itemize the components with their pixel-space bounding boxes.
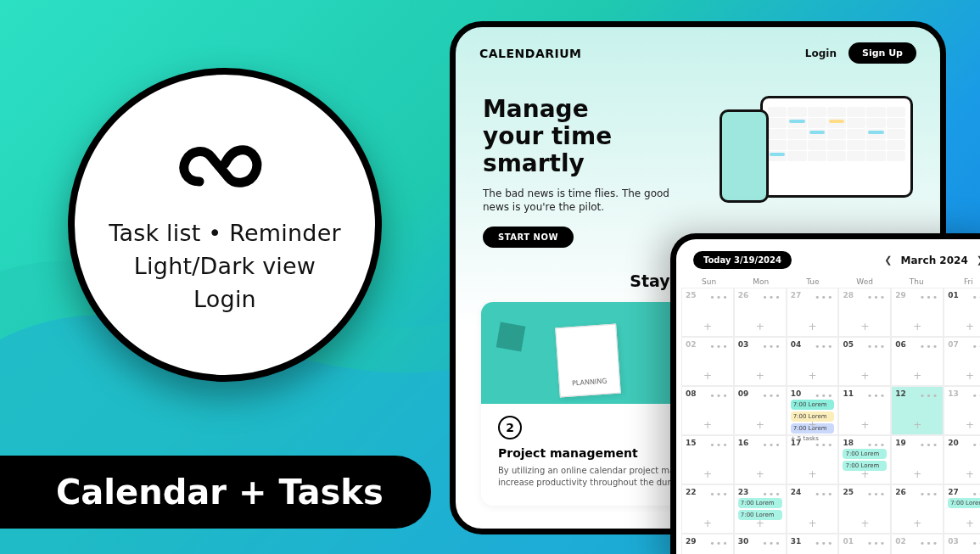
- day-cell[interactable]: 17•••+: [787, 435, 839, 484]
- day-menu-icon[interactable]: •••: [867, 292, 886, 303]
- day-menu-icon[interactable]: •••: [709, 489, 728, 500]
- day-cell[interactable]: 27•••+7:00 Lorem: [944, 484, 980, 534]
- day-cell[interactable]: 24•••+: [787, 484, 839, 534]
- day-menu-icon[interactable]: •••: [815, 489, 833, 500]
- day-menu-icon[interactable]: •••: [815, 341, 833, 352]
- day-menu-icon[interactable]: •••: [815, 390, 833, 401]
- add-event-icon[interactable]: +: [809, 518, 817, 529]
- signup-button[interactable]: Sign Up: [848, 42, 916, 64]
- day-cell[interactable]: 25•••+: [838, 484, 891, 534]
- day-cell[interactable]: 04•••+: [787, 337, 839, 386]
- login-link[interactable]: Login: [805, 48, 837, 59]
- day-cell[interactable]: 26•••+: [734, 288, 787, 337]
- day-menu-icon[interactable]: •••: [709, 538, 728, 549]
- day-menu-icon[interactable]: •••: [920, 292, 938, 303]
- day-cell[interactable]: 27•••+: [787, 288, 839, 337]
- day-menu-icon[interactable]: •••: [867, 489, 886, 500]
- day-cell[interactable]: 02•••+: [891, 534, 944, 554]
- add-event-icon[interactable]: +: [756, 419, 764, 431]
- day-cell[interactable]: 15•••+: [681, 435, 734, 484]
- add-event-icon[interactable]: +: [809, 370, 817, 382]
- add-event-icon[interactable]: +: [966, 321, 974, 333]
- add-event-icon[interactable]: +: [913, 518, 921, 529]
- day-menu-icon[interactable]: •••: [762, 538, 781, 549]
- add-event-icon[interactable]: +: [703, 370, 712, 382]
- day-cell[interactable]: 16•••+: [734, 435, 787, 484]
- day-menu-icon[interactable]: •••: [972, 341, 980, 352]
- add-event-icon[interactable]: +: [703, 518, 712, 529]
- day-cell[interactable]: 22•••+: [681, 484, 734, 534]
- day-cell[interactable]: 26•••+: [891, 484, 944, 534]
- day-menu-icon[interactable]: •••: [762, 489, 781, 500]
- add-event-icon[interactable]: +: [703, 321, 712, 333]
- day-menu-icon[interactable]: •••: [762, 341, 781, 352]
- day-menu-icon[interactable]: •••: [972, 538, 980, 549]
- day-cell[interactable]: 28•••+: [838, 288, 891, 337]
- day-cell[interactable]: 05•••+: [838, 337, 891, 386]
- day-menu-icon[interactable]: •••: [920, 439, 938, 450]
- day-cell[interactable]: 29•••+: [891, 288, 944, 337]
- day-menu-icon[interactable]: •••: [709, 292, 728, 303]
- add-event-icon[interactable]: +: [966, 518, 974, 529]
- day-cell[interactable]: 29•••+: [681, 534, 734, 554]
- day-menu-icon[interactable]: •••: [972, 489, 980, 500]
- day-cell[interactable]: 25•••+: [681, 288, 734, 337]
- day-menu-icon[interactable]: •••: [709, 341, 728, 352]
- day-cell[interactable]: 08•••+: [681, 386, 734, 435]
- prev-month-icon[interactable]: ❮: [884, 255, 892, 266]
- day-menu-icon[interactable]: •••: [867, 390, 886, 401]
- day-menu-icon[interactable]: •••: [762, 439, 781, 450]
- day-menu-icon[interactable]: •••: [920, 489, 938, 500]
- day-cell[interactable]: 31•••+: [787, 534, 839, 554]
- add-event-icon[interactable]: +: [860, 468, 869, 480]
- next-month-icon[interactable]: ❯: [977, 255, 980, 266]
- day-menu-icon[interactable]: •••: [815, 439, 833, 450]
- day-cell[interactable]: 20•••+: [944, 435, 980, 484]
- day-menu-icon[interactable]: •••: [920, 538, 938, 549]
- add-event-icon[interactable]: +: [913, 321, 921, 333]
- day-cell[interactable]: 23•••+7:00 Lorem7:00 Lorem: [734, 484, 787, 534]
- add-event-icon[interactable]: +: [966, 370, 974, 382]
- day-cell[interactable]: 11•••+: [838, 386, 891, 435]
- today-chip[interactable]: Today 3/19/2024: [693, 251, 792, 269]
- add-event-icon[interactable]: +: [756, 321, 764, 333]
- add-event-icon[interactable]: +: [703, 419, 712, 431]
- day-cell[interactable]: 13•••+: [944, 386, 980, 435]
- add-event-icon[interactable]: +: [860, 518, 869, 529]
- add-event-icon[interactable]: +: [913, 419, 921, 431]
- add-event-icon[interactable]: +: [966, 468, 974, 480]
- day-cell[interactable]: 12•••+: [891, 386, 944, 435]
- cta-button[interactable]: START NOW: [483, 227, 574, 248]
- day-cell[interactable]: 03•••+: [734, 337, 787, 386]
- day-cell[interactable]: 10•••+7:00 Lorem7:00 Lorem7:00 Lorem+ 5 …: [787, 386, 839, 435]
- day-menu-icon[interactable]: •••: [972, 292, 980, 303]
- add-event-icon[interactable]: +: [860, 321, 869, 333]
- day-menu-icon[interactable]: •••: [867, 439, 886, 450]
- add-event-icon[interactable]: +: [913, 468, 921, 480]
- day-cell[interactable]: 18•••+7:00 Lorem7:00 Lorem: [838, 435, 891, 484]
- day-cell[interactable]: 09•••+: [734, 386, 787, 435]
- day-cell[interactable]: 03•••+: [944, 534, 980, 554]
- add-event-icon[interactable]: +: [966, 419, 974, 431]
- add-event-icon[interactable]: +: [756, 468, 764, 480]
- day-menu-icon[interactable]: •••: [762, 292, 781, 303]
- day-cell[interactable]: 02•••+: [681, 337, 734, 386]
- add-event-icon[interactable]: +: [756, 518, 764, 529]
- add-event-icon[interactable]: +: [860, 419, 869, 431]
- day-menu-icon[interactable]: •••: [815, 538, 833, 549]
- day-menu-icon[interactable]: •••: [972, 439, 980, 450]
- day-menu-icon[interactable]: •••: [709, 439, 728, 450]
- add-event-icon[interactable]: +: [809, 419, 817, 431]
- day-menu-icon[interactable]: •••: [867, 341, 886, 352]
- add-event-icon[interactable]: +: [860, 370, 869, 382]
- day-menu-icon[interactable]: •••: [815, 292, 833, 303]
- day-menu-icon[interactable]: •••: [867, 538, 886, 549]
- day-cell[interactable]: 06•••+: [891, 337, 944, 386]
- day-cell[interactable]: 19•••+: [891, 435, 944, 484]
- add-event-icon[interactable]: +: [809, 468, 817, 480]
- day-menu-icon[interactable]: •••: [920, 341, 938, 352]
- day-cell[interactable]: 07•••+: [944, 337, 980, 386]
- day-menu-icon[interactable]: •••: [920, 390, 938, 401]
- day-menu-icon[interactable]: •••: [972, 390, 980, 401]
- add-event-icon[interactable]: +: [703, 468, 712, 480]
